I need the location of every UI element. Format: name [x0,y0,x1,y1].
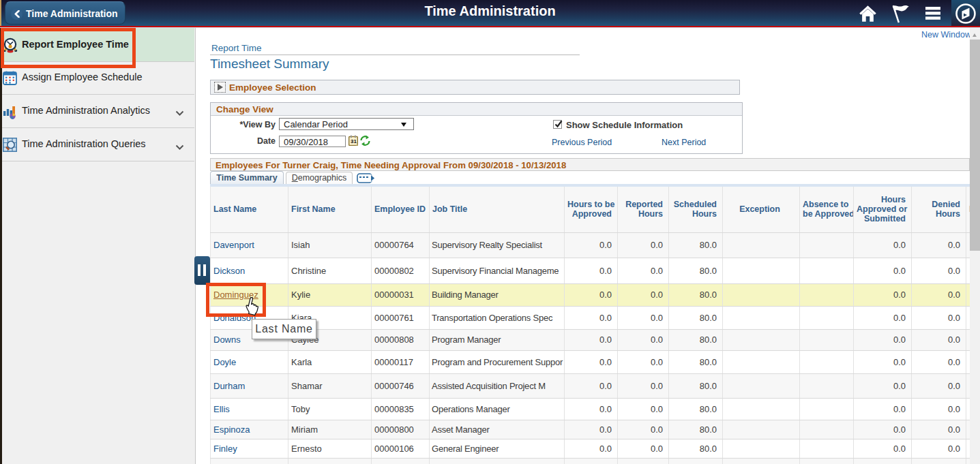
svg-text:31: 31 [351,138,357,144]
